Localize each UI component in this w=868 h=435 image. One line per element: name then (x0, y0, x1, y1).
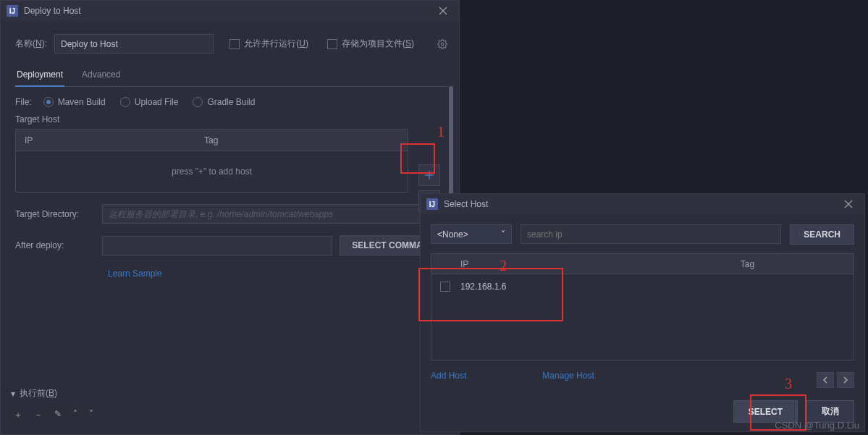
before-run[interactable]: ▾ 执行前(B) (11, 387, 57, 400)
pager (817, 372, 854, 388)
titlebar: IJ Deploy to Host (1, 1, 459, 21)
host-table-header: IP Tag (16, 130, 408, 151)
plus-icon[interactable]: ＋ (14, 409, 22, 421)
window-body: <None> ˅ SEARCH IP Tag 192.168.1.6 Add H… (421, 214, 864, 391)
radio-upload[interactable]: Upload File (120, 97, 179, 107)
add-host-link[interactable]: Add Host (431, 371, 466, 381)
col-ip: IP (431, 259, 641, 269)
col-tag: Tag (204, 135, 408, 145)
tab-advanced[interactable]: Advanced (80, 65, 122, 86)
select-host-window: IJ Select Host <None> ˅ SEARCH IP Tag 19… (420, 193, 865, 432)
checkbox-icon (229, 39, 240, 49)
target-host-label: Target Host (15, 114, 447, 124)
watermark: CSDN @Tung.D.Liu (775, 420, 859, 431)
host-list-header: IP Tag (431, 254, 854, 274)
radio-maven[interactable]: Maven Build (43, 97, 106, 107)
target-dir-row: Target Directory: (15, 204, 447, 224)
host-table: IP Tag press "+" to add host (15, 129, 408, 193)
tabs: Deployment Advanced (15, 65, 447, 87)
toolbar: ＋ － ✎ ˄ ˅ (14, 409, 93, 421)
after-deploy-input[interactable] (102, 236, 332, 255)
save-as-file-checkbox[interactable]: 存储为项目文件(S) (327, 38, 414, 50)
close-icon[interactable] (838, 194, 859, 214)
window-title: Deploy to Host (24, 6, 433, 16)
learn-sample-link[interactable]: Learn Sample (108, 269, 162, 279)
window-title: Select Host (444, 199, 838, 209)
radio-icon (120, 97, 130, 107)
target-dir-label: Target Directory: (15, 209, 95, 219)
svg-point-0 (441, 43, 444, 46)
edit-icon[interactable]: ✎ (54, 409, 62, 421)
add-host-button[interactable] (418, 164, 440, 186)
host-list: IP Tag 192.168.1.6 (431, 253, 854, 360)
file-row: File: Maven Build Upload File Gradle Bui… (15, 97, 447, 107)
host-table-empty: press "+" to add host (16, 151, 408, 192)
col-tag: Tag (641, 259, 854, 269)
chevron-down-icon: ▾ (11, 389, 15, 399)
next-page-button[interactable] (837, 372, 854, 388)
target-dir-input[interactable] (102, 204, 447, 224)
deploy-window: IJ Deploy to Host 名称(N): 允许并行运行(U) 存储为项目… (0, 0, 460, 435)
checkbox-icon[interactable] (440, 282, 450, 292)
gear-icon[interactable] (437, 39, 447, 49)
tab-deployment[interactable]: Deployment (15, 65, 64, 87)
app-icon: IJ (426, 198, 438, 210)
file-label: File: (15, 97, 32, 107)
manage-host-link[interactable]: Manage Host (542, 371, 594, 381)
close-icon[interactable] (433, 1, 453, 21)
up-icon[interactable]: ˄ (73, 409, 77, 421)
app-icon: IJ (7, 5, 18, 17)
prev-page-button[interactable] (817, 372, 834, 388)
filter-dropdown[interactable]: <None> ˅ (431, 224, 512, 244)
dropdown-value: <None> (437, 229, 468, 240)
name-label: 名称(N): (15, 38, 47, 50)
host-ip: 192.168.1.6 (460, 282, 506, 292)
col-ip: IP (16, 135, 204, 145)
titlebar: IJ Select Host (421, 194, 864, 214)
allow-parallel-checkbox[interactable]: 允许并行运行(U) (229, 38, 308, 50)
search-button[interactable]: SEARCH (790, 224, 854, 245)
radio-icon (43, 97, 54, 107)
checkbox-icon (327, 39, 337, 49)
after-deploy-label: After deploy: (15, 240, 95, 250)
name-input[interactable] (54, 34, 214, 54)
radio-gradle[interactable]: Gradle Build (193, 97, 255, 107)
radio-icon (193, 97, 203, 107)
minus-icon[interactable]: － (34, 409, 43, 421)
search-input[interactable] (521, 224, 781, 244)
down-icon[interactable]: ˅ (89, 409, 93, 421)
host-row[interactable]: 192.168.1.6 (431, 274, 854, 299)
window-body: 名称(N): 允许并行运行(U) 存储为项目文件(S) Deploymen (1, 21, 459, 434)
chevron-down-icon: ˅ (501, 229, 505, 240)
after-deploy-row: After deploy: SELECT COMMAND (15, 235, 447, 255)
